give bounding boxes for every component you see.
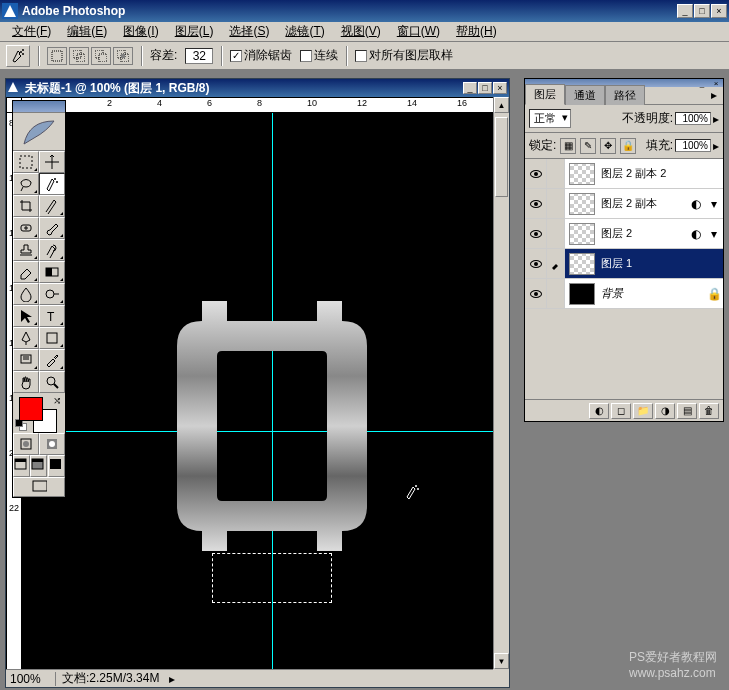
layer-row[interactable]: 图层 2 ◐ ▾ <box>525 219 723 249</box>
tab-channels[interactable]: 通道 <box>565 85 605 105</box>
lock-position-icon[interactable]: ✥ <box>600 138 616 154</box>
layer-name[interactable]: 图层 2 副本 <box>599 196 687 211</box>
layer-visibility-toggle[interactable] <box>525 159 547 188</box>
quickmask-mode-icon[interactable] <box>39 433 65 455</box>
layer-mask-button[interactable]: ◻ <box>611 403 631 419</box>
gradient-tool[interactable] <box>39 261 65 283</box>
menu-layer[interactable]: 图层(L) <box>167 21 222 42</box>
layer-name[interactable]: 图层 2 <box>599 226 687 241</box>
path-select-tool[interactable] <box>13 305 39 327</box>
panel-menu-icon[interactable]: ▸ <box>705 86 723 104</box>
type-tool[interactable]: T <box>39 305 65 327</box>
screen-standard-icon[interactable] <box>13 455 30 477</box>
lock-transparency-icon[interactable]: ▦ <box>560 138 576 154</box>
tools-palette[interactable]: T ⤭ <box>12 100 66 498</box>
marquee-tool[interactable] <box>13 151 39 173</box>
new-layer-button[interactable]: ▤ <box>677 403 697 419</box>
crop-tool[interactable] <box>13 195 39 217</box>
move-tool[interactable] <box>39 151 65 173</box>
scrollbar-vertical[interactable]: ▲ ▼ <box>493 97 509 669</box>
sel-add-icon[interactable] <box>69 47 89 65</box>
sel-new-icon[interactable] <box>47 47 67 65</box>
layer-row[interactable]: 图层 2 副本 ◐ ▾ <box>525 189 723 219</box>
layer-link-toggle[interactable] <box>547 279 565 308</box>
layer-visibility-toggle[interactable] <box>525 219 547 248</box>
layer-visibility-toggle[interactable] <box>525 189 547 218</box>
scroll-thumb[interactable] <box>495 117 508 197</box>
fill-flyout-icon[interactable]: ▸ <box>713 139 719 153</box>
zoom-level[interactable]: 100% <box>6 672 56 686</box>
ruler-horizontal[interactable]: 0 2 4 6 8 10 12 14 16 <box>22 97 493 113</box>
document-info[interactable]: 文档:2.25M/3.34M <box>56 670 165 687</box>
blend-mode-select[interactable]: 正常 <box>529 109 571 128</box>
menu-filter[interactable]: 滤镜(T) <box>277 21 332 42</box>
tab-layers[interactable]: 图层 <box>525 84 565 105</box>
layer-style-icon[interactable]: ◐ <box>687 227 705 241</box>
notes-tool[interactable] <box>13 349 39 371</box>
current-tool-icon[interactable] <box>6 45 30 67</box>
standard-mode-icon[interactable] <box>13 433 39 455</box>
layer-name[interactable]: 图层 1 <box>599 256 723 271</box>
brush-tool[interactable] <box>39 217 65 239</box>
layer-link-toggle[interactable] <box>547 159 565 188</box>
minimize-button[interactable]: _ <box>677 4 693 18</box>
layer-thumbnail[interactable] <box>569 163 595 185</box>
zoom-tool[interactable] <box>39 371 65 393</box>
menu-view[interactable]: 视图(V) <box>333 21 389 42</box>
scroll-up-button[interactable]: ▲ <box>494 97 509 113</box>
layer-link-toggle[interactable] <box>547 249 565 278</box>
menu-help[interactable]: 帮助(H) <box>448 21 505 42</box>
menu-select[interactable]: 选择(S) <box>221 21 277 42</box>
menu-window[interactable]: 窗口(W) <box>389 21 448 42</box>
opacity-flyout-icon[interactable]: ▸ <box>713 112 719 126</box>
eraser-tool[interactable] <box>13 261 39 283</box>
healing-tool[interactable] <box>13 217 39 239</box>
screen-full-icon[interactable] <box>48 455 65 477</box>
stamp-tool[interactable] <box>13 239 39 261</box>
layer-row[interactable]: 图层 2 副本 2 <box>525 159 723 189</box>
restore-button[interactable]: □ <box>694 4 710 18</box>
foreground-color[interactable] <box>19 397 43 421</box>
doc-close-button[interactable]: × <box>493 82 507 94</box>
layer-thumbnail[interactable] <box>569 283 595 305</box>
layer-thumbnail[interactable] <box>569 223 595 245</box>
swap-colors-icon[interactable]: ⤭ <box>53 395 61 406</box>
contiguous-checkbox[interactable]: 连续 <box>300 47 338 64</box>
layer-name[interactable]: 背景 <box>599 286 705 301</box>
history-brush-tool[interactable] <box>39 239 65 261</box>
menu-image[interactable]: 图像(I) <box>115 21 166 42</box>
info-flyout-icon[interactable]: ▸ <box>169 672 175 686</box>
layer-link-toggle[interactable] <box>547 189 565 218</box>
sel-intersect-icon[interactable] <box>113 47 133 65</box>
layer-visibility-toggle[interactable] <box>525 249 547 278</box>
layer-expand-icon[interactable]: ▾ <box>705 197 723 211</box>
tools-header[interactable] <box>13 101 65 113</box>
layer-visibility-toggle[interactable] <box>525 279 547 308</box>
tolerance-input[interactable] <box>185 48 213 64</box>
sel-sub-icon[interactable] <box>91 47 111 65</box>
document-titlebar[interactable]: 未标题-1 @ 100% (图层 1, RGB/8) _ □ × <box>6 79 509 97</box>
dodge-tool[interactable] <box>39 283 65 305</box>
slice-tool[interactable] <box>39 195 65 217</box>
lock-pixels-icon[interactable]: ✎ <box>580 138 596 154</box>
adjustment-layer-button[interactable]: ◑ <box>655 403 675 419</box>
hand-tool[interactable] <box>13 371 39 393</box>
all-layers-checkbox[interactable]: 对所有图层取样 <box>355 47 453 64</box>
opacity-input[interactable]: 100% <box>675 112 711 125</box>
scroll-down-button[interactable]: ▼ <box>494 653 509 669</box>
layer-row[interactable]: 图层 1 <box>525 249 723 279</box>
doc-maximize-button[interactable]: □ <box>478 82 492 94</box>
magic-wand-tool[interactable] <box>39 173 65 195</box>
doc-minimize-button[interactable]: _ <box>463 82 477 94</box>
menu-edit[interactable]: 编辑(E) <box>59 21 115 42</box>
layer-link-toggle[interactable] <box>547 219 565 248</box>
eyedropper-tool[interactable] <box>39 349 65 371</box>
canvas[interactable] <box>22 113 493 669</box>
tab-paths[interactable]: 路径 <box>605 85 645 105</box>
jump-to-imageready-icon[interactable] <box>13 477 65 497</box>
delete-layer-button[interactable]: 🗑 <box>699 403 719 419</box>
antialias-checkbox[interactable]: 消除锯齿 <box>230 47 292 64</box>
layer-set-button[interactable]: 📁 <box>633 403 653 419</box>
screen-menubar-icon[interactable] <box>30 455 47 477</box>
layer-row[interactable]: 背景 🔒 <box>525 279 723 309</box>
